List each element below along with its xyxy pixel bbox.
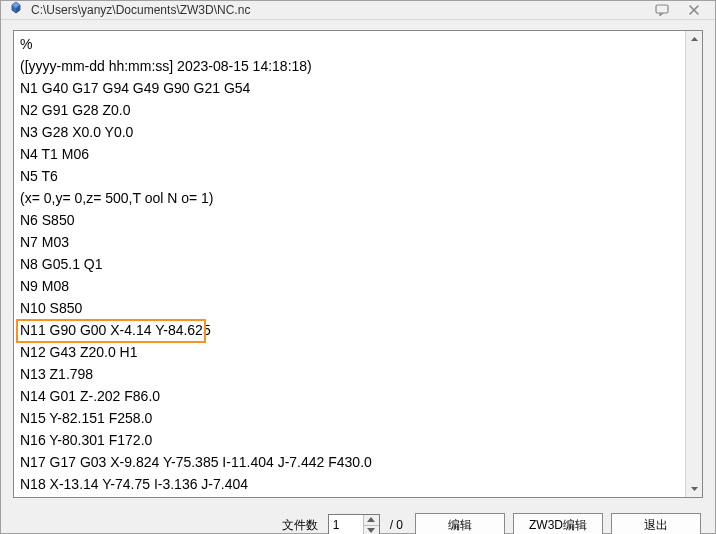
client-area: %([yyyy-mm-dd hh:mm:ss] 2023-08-15 14:18… — [1, 20, 715, 534]
nc-content-box: %([yyyy-mm-dd hh:mm:ss] 2023-08-15 14:18… — [13, 30, 703, 498]
file-count-spinner — [328, 514, 380, 534]
nc-line: N4 T1 M06 — [20, 143, 696, 165]
file-total-label: / 0 — [390, 518, 403, 532]
nc-line: N7 M03 — [20, 231, 696, 253]
nc-line: N6 S850 — [20, 209, 696, 231]
file-count-input[interactable] — [329, 515, 363, 534]
nc-line: N15 Y-82.151 F258.0 — [20, 407, 696, 429]
nc-line: (x= 0,y= 0,z= 500,T ool N o= 1) — [20, 187, 696, 209]
window-controls — [653, 1, 709, 19]
nc-line: N2 G91 G28 Z0.0 — [20, 99, 696, 121]
nc-line: N17 G17 G03 X-9.824 Y-75.385 I-11.404 J-… — [20, 451, 696, 473]
nc-line: N14 G01 Z-.202 F86.0 — [20, 385, 696, 407]
app-icon — [7, 1, 25, 19]
close-icon[interactable] — [685, 1, 703, 19]
exit-button[interactable]: 退出 — [611, 513, 701, 534]
nc-line: N12 G43 Z20.0 H1 — [20, 341, 696, 363]
nc-line: N16 Y-80.301 F172.0 — [20, 429, 696, 451]
app-window: C:\Users\yanyz\Documents\ZW3D\NC.nc %([y… — [0, 0, 716, 534]
bottom-bar: 文件数 / 0 编辑 ZW3D编辑 退出 — [13, 508, 703, 534]
nc-line: N10 S850 — [20, 297, 696, 319]
vertical-scrollbar[interactable] — [685, 31, 702, 497]
svg-rect-0 — [656, 5, 668, 13]
nc-line: % — [20, 33, 696, 55]
scroll-up-arrow-icon[interactable] — [686, 31, 702, 48]
file-count-label: 文件数 — [282, 517, 318, 534]
window-title: C:\Users\yanyz\Documents\ZW3D\NC.nc — [31, 3, 653, 17]
nc-line: N18 X-13.14 Y-74.75 I-3.136 J-7.404 — [20, 473, 696, 495]
speech-bubble-icon[interactable] — [653, 1, 671, 19]
title-bar: C:\Users\yanyz\Documents\ZW3D\NC.nc — [1, 1, 715, 20]
nc-line: ([yyyy-mm-dd hh:mm:ss] 2023-08-15 14:18:… — [20, 55, 696, 77]
nc-text-area[interactable]: %([yyyy-mm-dd hh:mm:ss] 2023-08-15 14:18… — [14, 31, 702, 497]
nc-line: N9 M08 — [20, 275, 696, 297]
nc-line: N5 T6 — [20, 165, 696, 187]
nc-line: N8 G05.1 Q1 — [20, 253, 696, 275]
edit-button[interactable]: 编辑 — [415, 513, 505, 534]
spinner-up-icon[interactable] — [364, 515, 379, 526]
zw3d-edit-button[interactable]: ZW3D编辑 — [513, 513, 603, 534]
scroll-track[interactable] — [686, 48, 702, 480]
scroll-down-arrow-icon[interactable] — [686, 480, 702, 497]
spinner-down-icon[interactable] — [364, 526, 379, 535]
nc-line: N13 Z1.798 — [20, 363, 696, 385]
nc-line: N1 G40 G17 G94 G49 G90 G21 G54 — [20, 77, 696, 99]
nc-line: N11 G90 G00 X-4.14 Y-84.625 — [20, 319, 696, 341]
nc-line: N3 G28 X0.0 Y0.0 — [20, 121, 696, 143]
